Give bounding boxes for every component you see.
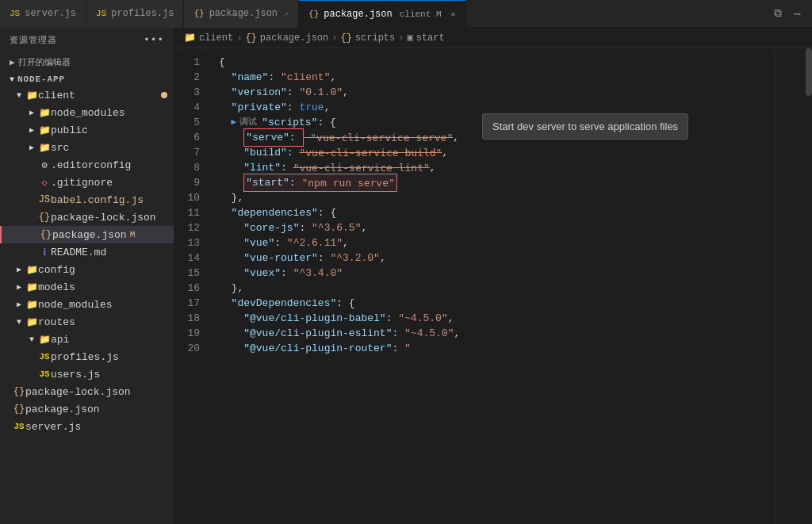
sidebar-item-gitignore[interactable]: ◇ .gitignore [0,174,174,191]
tab-label: server.js [25,8,76,19]
code-line: "@vue/cli-plugin-babel": "~4.5.0", [213,311,774,326]
folder-icon: 📁 [38,124,51,136]
sidebar-item-package-json-client[interactable]: {} package.json M [0,226,174,243]
sidebar-item-babel-config[interactable]: JS babel.config.js [0,191,174,208]
sidebar-item-node-modules-root[interactable]: ▶ 📁 node_modules [0,296,174,313]
more-icon[interactable]: ••• [144,34,164,46]
chevron-down-icon: ▼ [25,335,38,344]
minimap [774,48,812,524]
js-icon: JS [38,352,51,361]
sidebar-item-package-lock-root[interactable]: {} package-lock.json [0,383,174,400]
code-line: "@vue/cli-plugin-router": " [213,341,774,356]
folder-icon: 📁 [25,281,38,293]
sidebar-item-models[interactable]: ▶ 📁 models [0,278,174,296]
sidebar-item-package-json-root[interactable]: {} package.json [0,400,174,418]
chevron-down-icon: ▶ [10,57,15,67]
code-line: }, [213,190,774,205]
sidebar-item-public[interactable]: ▶ 📁 public [0,121,174,139]
config-icon: ⚙ [38,159,51,171]
chevron-right-icon: ▶ [25,125,38,135]
sidebar-item-config[interactable]: ▶ 📁 config [0,261,174,278]
json-icon: {} [308,10,319,19]
readme-icon: ℹ [38,247,51,258]
tab-package-json-active[interactable]: {} package.json client M ✕ [299,0,465,28]
sidebar-item-api[interactable]: ▼ 📁 api [0,331,174,348]
sidebar-item-client[interactable]: ▼ 📁 client [0,86,174,104]
json-icon: {} [38,212,51,223]
code-line: "build": "vue-cli-service build", [213,145,774,160]
tab-server-js[interactable]: JS server.js [0,0,86,28]
chevron-right-icon: ▶ [25,108,38,117]
close-icon[interactable]: ✕ [451,10,456,19]
folder-icon: 📁 [184,32,196,44]
code-line: "devDependencies": { [213,296,774,311]
json-icon: {} [13,386,25,397]
start-highlight: "start": "npm run serve" [243,174,397,192]
tab-bar: JS server.js JS profiles.js {} package.j… [0,0,812,28]
code-line: "@vue/cli-plugin-eslint": "~4.5.0", [213,326,774,341]
sidebar-item-node-modules-client[interactable]: ▶ 📁 node_modules [0,104,174,121]
sidebar-item-readme[interactable]: ℹ README.md [0,243,174,261]
code-line: "private": true, [213,100,774,115]
code-editor[interactable]: 12345 678910 1112131415 1617181920 { "na… [174,48,812,524]
chevron-right-icon: ▶ [13,265,25,274]
json-icon: {} [13,404,25,415]
code-line: "vue": "^2.6.11", [213,235,774,251]
breadcrumb-package-json[interactable]: {} package.json [245,33,328,44]
split-editor-icon[interactable]: ⧉ [769,4,787,23]
open-editors-label[interactable]: ▶ 打开的编辑器 [0,54,174,71]
debug-run-icon[interactable]: ▶ [232,115,237,130]
folder-icon: 📁 [38,142,51,154]
breadcrumb: 📁 client › {} package.json › {} scripts … [174,28,812,48]
json-icon: {} [245,33,256,44]
sidebar-item-server-js[interactable]: JS server.js [0,418,174,435]
chevron-right-icon: ▶ [13,282,25,292]
tab-path-hint: ↗ [284,9,289,18]
folder-icon: 📁 [25,299,38,311]
scrollbar-track[interactable] [806,48,812,524]
code-line: "vue-router": "^3.2.0", [213,251,774,266]
json-icon: {} [193,9,204,18]
babel-icon: JS [38,194,51,205]
code-line: "version": "0.1.0", [213,85,774,100]
breadcrumb-start[interactable]: ▣ start [407,32,444,44]
scrollbar-thumb[interactable] [806,48,812,96]
sidebar-header-icons: ••• [144,34,164,46]
root-label: NODE-APP [17,75,65,84]
breadcrumb-client[interactable]: 📁 client [184,32,233,44]
sidebar-item-editorconfig[interactable]: ⚙ .editorconfig [0,156,174,174]
tab-profiles-js[interactable]: JS profiles.js [86,0,184,28]
chevron-down-icon: ▼ [13,318,25,327]
sidebar-item-profiles-js[interactable]: JS profiles.js [0,348,174,365]
main-layout: 资源管理器 ••• ▶ 打开的编辑器 ▼ NODE-APP ▼ 📁 client [0,28,812,524]
sidebar-item-package-lock-client[interactable]: {} package-lock.json [0,208,174,226]
tab-label: package.json [209,8,278,19]
tab-package-json-inactive[interactable]: {} package.json ↗ [184,0,299,28]
code-line: { [213,55,774,70]
sidebar-item-src[interactable]: ▶ 📁 src [0,139,174,156]
file-tree: ▼ 📁 client ▶ 📁 node_modules ▶ 📁 public ▶… [0,86,174,524]
folder-icon: 📁 [25,90,38,101]
code-line: "name": "client", [213,70,774,85]
breadcrumb-scripts[interactable]: {} scripts [340,33,395,44]
sidebar-title: 资源管理器 [10,34,56,46]
root-section[interactable]: ▼ NODE-APP [0,72,174,86]
editor-area: 📁 client › {} package.json › {} scripts … [174,28,812,524]
sidebar-item-routes[interactable]: ▼ 📁 routes [0,313,174,331]
js-icon: JS [13,422,25,431]
code-line-serve: "serve": "vue-cli-service serve", [213,130,774,145]
code-line: "dependencies": { [213,205,774,220]
chevron-down-icon: ▼ [10,75,14,84]
chevron-down-icon: ▼ [13,91,25,100]
property-icon: ▣ [407,32,412,44]
folder-icon: 📁 [38,334,51,346]
more-actions-icon[interactable]: ⋯ [790,4,806,24]
js-icon: JS [96,9,106,18]
sidebar-item-users-js[interactable]: JS users.js [0,365,174,383]
chevron-right-icon: ▶ [25,143,38,152]
js-icon: JS [38,369,51,379]
folder-icon: 📁 [25,264,38,276]
code-content: { "name": "client", "version": "0.1.0", … [213,48,774,524]
modified-dot [161,92,167,98]
tab-actions: ⧉ ⋯ [769,4,812,24]
